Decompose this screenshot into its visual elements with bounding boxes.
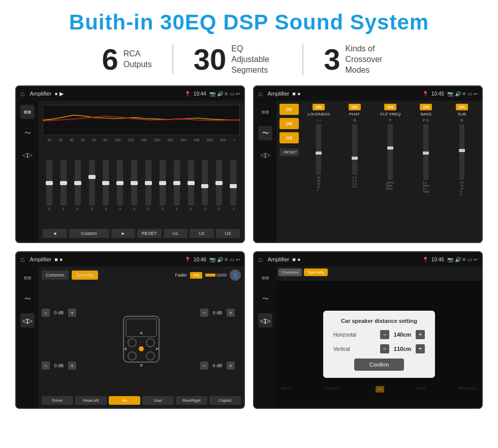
plus-br[interactable]: + xyxy=(227,362,235,370)
fader-status-icons2: 📷 🔊 ✕ ▭ ↩ xyxy=(209,257,240,262)
sub-slider[interactable] xyxy=(459,149,465,152)
distance-screen-title: Amplifier ■ ● xyxy=(267,256,419,262)
vertical-label: Vertical xyxy=(333,346,361,352)
common-tab[interactable]: Common xyxy=(42,271,69,280)
home-icon-4[interactable]: ⌂ xyxy=(258,255,262,263)
db-control-bl: − 0 dB + xyxy=(42,362,82,370)
page-wrapper: Buith-in 30EQ DSP Sound System 6 RCAOutp… xyxy=(0,0,498,448)
bass-slider[interactable] xyxy=(423,152,429,155)
slider-thumb-2[interactable] xyxy=(60,181,67,185)
vertical-plus-btn[interactable]: + xyxy=(416,344,425,353)
cutfreq-slider[interactable] xyxy=(387,146,393,150)
home-icon-3[interactable]: ⌂ xyxy=(20,255,24,263)
u3-button[interactable]: U3 xyxy=(279,132,299,143)
eq-status-icons2: 📷 🔊 ✕ ▭ ↩ xyxy=(209,91,240,97)
svg-point-7 xyxy=(139,346,144,351)
fader-main-area: Common Specialty Fader ON 👤 xyxy=(39,266,244,408)
svg-point-4 xyxy=(146,339,154,347)
fader-label: Fader xyxy=(175,273,187,278)
sidebar-vol-icon[interactable]: ◁▷ xyxy=(20,147,35,162)
eq-bottom-bar: ◄ Custom ► RESET U1 U2 U3 xyxy=(43,229,240,238)
home-icon[interactable]: ⌂ xyxy=(20,89,24,98)
loudness-slider[interactable] xyxy=(316,152,322,155)
cutfreq-label: CUT FREQ xyxy=(380,112,401,116)
eq-u2-btn[interactable]: U2 xyxy=(190,229,214,238)
minus-bl[interactable]: − xyxy=(42,362,50,370)
slider-thumb-8[interactable] xyxy=(145,181,152,185)
plus-tr[interactable]: + xyxy=(227,309,235,317)
dist-sidebar-vol-icon[interactable]: ◁▷ xyxy=(258,313,272,327)
minus-br[interactable]: − xyxy=(200,362,208,370)
copilot-btn[interactable]: Copilot xyxy=(209,396,241,405)
vertical-value: 110cm xyxy=(392,346,413,352)
driver-btn[interactable]: Driver xyxy=(42,396,73,405)
slider-thumb-13[interactable] xyxy=(215,181,223,185)
cx-sidebar-wave-icon[interactable]: 〜 xyxy=(258,126,272,140)
rear-right-btn[interactable]: RearRight xyxy=(176,396,207,405)
slider-thumb-6[interactable] xyxy=(116,181,123,185)
eq-u3-btn[interactable]: U3 xyxy=(216,229,240,238)
user-btn[interactable]: User xyxy=(142,396,174,405)
slider-thumb-14[interactable] xyxy=(230,184,237,188)
crossover-reset-btn[interactable]: RESET xyxy=(279,148,299,156)
minus-tl[interactable]: − xyxy=(42,309,50,317)
plus-tl[interactable]: + xyxy=(68,309,76,317)
confirm-button[interactable]: Confirm xyxy=(354,359,404,371)
cx-status-icons: 📍 xyxy=(422,91,428,97)
sidebar-eq-icon[interactable]: ≡≡ xyxy=(20,105,35,119)
distance-screen-content: ≡≡ 〜 ◁▷ Common Specialty DriverRearLef..… xyxy=(254,266,482,408)
eq-slider-11: 0 xyxy=(184,160,198,211)
avatar-icon[interactable]: 👤 xyxy=(230,270,241,281)
slider-thumb-10[interactable] xyxy=(173,181,180,185)
eq-slider-1: 0 xyxy=(43,160,56,211)
cx-sidebar-eq-icon[interactable]: ≡≡ xyxy=(258,105,272,119)
rear-left-btn[interactable]: RearLeft xyxy=(75,396,107,405)
u1-button[interactable]: U1 xyxy=(279,104,299,115)
eq-custom-btn[interactable]: Custom xyxy=(69,229,109,238)
phat-on-btn[interactable]: ON xyxy=(349,104,361,110)
eq-reset-btn[interactable]: RESET xyxy=(137,229,162,238)
fader-sidebar-vol-icon[interactable]: ◁▷ xyxy=(20,313,35,327)
eq-prev-btn[interactable]: ◄ xyxy=(43,229,67,238)
svg-point-6 xyxy=(146,352,154,360)
bass-on-btn[interactable]: ON xyxy=(420,104,432,110)
sub-on-btn[interactable]: ON xyxy=(456,104,468,110)
slider-thumb-9[interactable] xyxy=(159,181,166,185)
bg-common-tab[interactable]: Common xyxy=(278,268,302,276)
slider-thumb-5[interactable] xyxy=(102,181,109,185)
phat-slider[interactable] xyxy=(352,157,358,160)
slider-thumb-11[interactable] xyxy=(188,181,195,185)
horizontal-plus-btn[interactable]: + xyxy=(416,330,425,339)
horizontal-minus-btn[interactable]: − xyxy=(380,330,389,339)
dist-sidebar-wave-icon[interactable]: 〜 xyxy=(258,292,272,306)
u2-button[interactable]: U2 xyxy=(279,118,299,129)
fader-sidebar-eq-icon[interactable]: ≡≡ xyxy=(20,271,35,285)
dialog-overlay: Car speaker distance setting Horizontal … xyxy=(276,281,482,408)
eq-u1-btn[interactable]: U1 xyxy=(164,229,188,238)
home-icon-2[interactable]: ⌂ xyxy=(258,89,262,98)
all-btn[interactable]: All xyxy=(109,396,140,405)
eq-slider-12: -1 xyxy=(198,160,211,211)
bg-specialty-tab[interactable]: Specialty xyxy=(304,268,327,276)
plus-bl[interactable]: + xyxy=(68,362,76,370)
minus-tr[interactable]: − xyxy=(200,309,208,317)
dist-sidebar-eq-icon[interactable]: ≡≡ xyxy=(258,271,272,285)
specialty-tab[interactable]: Specialty xyxy=(72,271,99,280)
eq-next-btn[interactable]: ► xyxy=(111,229,136,238)
slider-thumb-1[interactable] xyxy=(46,181,53,185)
loudness-on-btn[interactable]: ON xyxy=(313,104,325,110)
val-tr: 0 dB xyxy=(210,310,225,315)
dialog-title: Car speaker distance setting xyxy=(333,318,425,324)
cx-sidebar-vol-icon[interactable]: ◁▷ xyxy=(258,147,272,162)
slider-thumb-4[interactable] xyxy=(88,175,96,179)
fader-sidebar-wave-icon[interactable]: 〜 xyxy=(20,292,35,306)
cutfreq-on-btn[interactable]: ON xyxy=(384,104,396,110)
eq-slider-7: 0 xyxy=(128,160,141,211)
fader-on-btn[interactable]: ON xyxy=(190,272,202,279)
slider-thumb-12[interactable] xyxy=(201,184,208,188)
loudness-label: LOUDNESS xyxy=(307,112,330,116)
sidebar-wave-icon[interactable]: 〜 xyxy=(20,126,35,140)
slider-thumb-3[interactable] xyxy=(74,181,81,185)
vertical-minus-btn[interactable]: − xyxy=(380,344,389,353)
slider-thumb-7[interactable] xyxy=(131,181,138,185)
